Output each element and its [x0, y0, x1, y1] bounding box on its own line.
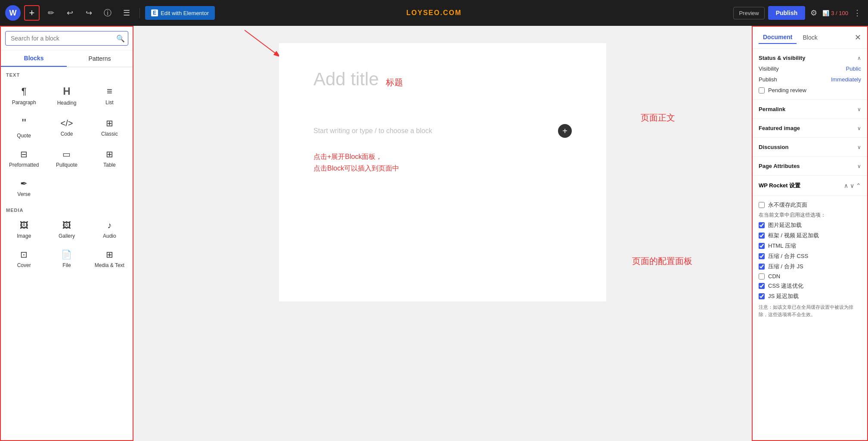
search-block-input[interactable] — [5, 31, 128, 46]
search-icon-button[interactable]: 🔍 — [116, 34, 125, 43]
wp-logo[interactable]: W — [5, 5, 21, 21]
discussion-header[interactable]: Discussion ∨ — [759, 144, 861, 150]
wp-rocket-checkbox-2[interactable] — [759, 243, 765, 249]
tab-block[interactable]: Block — [798, 31, 822, 43]
pen-tool-button[interactable]: ✏ — [43, 5, 59, 21]
close-sidebar-button[interactable]: ✕ — [855, 33, 861, 42]
pending-review-checkbox[interactable] — [759, 87, 765, 93]
elementor-button-label: Edit with Elementor — [161, 10, 209, 16]
wp-rocket-checkbox-0[interactable] — [759, 222, 765, 228]
audio-icon: ♪ — [107, 220, 112, 230]
settings-gear-button[interactable]: ⚙ — [809, 6, 819, 19]
wp-rocket-checkbox-4[interactable] — [759, 264, 765, 270]
block-table[interactable]: ⊞ Table — [88, 144, 131, 173]
tab-document[interactable]: Document — [759, 31, 797, 44]
wp-rocket-checkbox-1[interactable] — [759, 233, 765, 239]
publish-row: Publish Immediately — [759, 76, 861, 83]
wp-rocket-scroll-up[interactable]: ⌃ — [856, 182, 861, 189]
wp-rocket-option-1: 框架 / 视频 延迟加载 — [759, 232, 861, 239]
pending-review-label: Pending review — [768, 87, 806, 93]
media-text-label: Media & Text — [95, 262, 124, 268]
pullquote-icon: ▭ — [62, 149, 71, 159]
permalink-header[interactable]: Permalink ∨ — [759, 106, 861, 112]
wp-rocket-checkbox-6[interactable] — [759, 283, 765, 289]
block-audio[interactable]: ♪ Audio — [88, 215, 131, 244]
block-code[interactable]: </> Code — [45, 111, 88, 144]
more-options-button[interactable]: ⋮ — [852, 6, 863, 19]
block-quote[interactable]: " Quote — [3, 111, 45, 144]
site-title: LOYSEO.COM — [406, 9, 462, 17]
block-preformatted[interactable]: ⊟ Preformatted — [3, 144, 45, 173]
editor-content[interactable]: Add title 标题 Start writing or type / to … — [279, 43, 606, 301]
block-image[interactable]: 🖼 Image — [3, 215, 45, 244]
block-paragraph[interactable]: ¶ Paragraph — [3, 80, 45, 111]
editor-body-placeholder[interactable]: Start writing or type / to choose a bloc… — [313, 127, 553, 135]
list-view-button[interactable]: ☰ — [119, 5, 134, 21]
wp-rocket-checkbox-7[interactable] — [759, 293, 765, 299]
wp-rocket-checkbox-3[interactable] — [759, 253, 765, 259]
media-text-icon: ⊞ — [106, 249, 113, 260]
block-list[interactable]: ≡ List — [88, 80, 131, 111]
block-verse[interactable]: ✒ Verse — [3, 173, 45, 202]
never-cache-checkbox[interactable] — [759, 202, 765, 208]
status-visibility-section: Status & visibility ∧ Visibility Public … — [753, 49, 867, 100]
wp-rocket-controls: ∧ ∨ ⌃ — [844, 182, 861, 189]
editor-area[interactable]: Add title 标题 Start writing or type / to … — [133, 26, 752, 441]
file-label: File — [62, 262, 71, 268]
featured-image-header[interactable]: Featured image ∨ — [759, 125, 861, 131]
right-sidebar-header: Document Block ✕ — [753, 27, 867, 49]
block-media-text[interactable]: ⊞ Media & Text — [88, 244, 131, 273]
block-cover[interactable]: ⊡ Cover — [3, 244, 45, 273]
page-attributes-title: Page Attributes — [759, 163, 800, 169]
quote-icon: " — [22, 116, 26, 130]
wp-rocket-checkbox-5[interactable] — [759, 273, 765, 280]
preview-button[interactable]: Preview — [733, 7, 764, 19]
block-file[interactable]: 📄 File — [45, 244, 88, 273]
panel-annotation-label: 页面的配置面板 — [632, 255, 692, 267]
block-pullquote[interactable]: ▭ Pullquote — [45, 144, 88, 173]
undo-button[interactable]: ↩ — [62, 5, 78, 21]
wp-rocket-expand-down[interactable]: ∨ — [850, 182, 854, 189]
status-section-header[interactable]: Status & visibility ∧ — [759, 55, 861, 61]
add-block-inline-button[interactable]: + — [558, 124, 572, 138]
page-attributes-section: Page Attributes ∨ — [753, 157, 867, 176]
discussion-title: Discussion — [759, 144, 788, 150]
media-section-label: MEDIA — [1, 202, 133, 215]
wp-rocket-header[interactable]: WP Rocket 设置 ∧ ∨ ⌃ — [753, 176, 867, 196]
heading-label: Heading — [57, 100, 77, 106]
classic-icon: ⊞ — [106, 118, 113, 128]
publish-button[interactable]: Publish — [768, 6, 806, 20]
block-annotation: 点击+展开Block面板， 点击Block可以插入到页面中 — [313, 151, 572, 174]
block-gallery[interactable]: 🖼 Gallery — [45, 215, 88, 244]
elementor-edit-button[interactable]: E Edit with Elementor — [145, 6, 215, 20]
tab-blocks[interactable]: Blocks — [1, 50, 67, 67]
publish-value[interactable]: Immediately — [831, 76, 861, 83]
pending-review-row: Pending review — [759, 87, 861, 93]
search-block-wrap: 🔍 — [1, 27, 133, 50]
redo-button[interactable]: ↪ — [81, 5, 96, 21]
block-classic[interactable]: ⊞ Classic — [88, 111, 131, 144]
wp-rocket-option-label-1: 框架 / 视频 延迟加载 — [768, 232, 819, 239]
add-block-button[interactable]: + — [24, 5, 40, 21]
classic-label: Classic — [101, 131, 118, 137]
list-label: List — [105, 99, 114, 106]
block-heading[interactable]: H Heading — [45, 80, 88, 111]
preformatted-label: Preformatted — [9, 162, 39, 168]
wp-rocket-option-7: JS 延迟加载 — [759, 292, 861, 300]
editor-title-placeholder[interactable]: Add title — [313, 69, 379, 90]
visibility-value[interactable]: Public — [846, 65, 861, 72]
right-sidebar: Document Block ✕ Status & visibility ∧ V… — [752, 26, 868, 441]
heading-icon: H — [63, 85, 70, 97]
never-cache-option: 永不缓存此页面 — [759, 201, 861, 209]
wp-rocket-option-label-6: CSS 递送优化 — [768, 282, 803, 290]
table-icon: ⊞ — [106, 149, 113, 159]
block-annotation-line2: 点击Block可以插入到页面中 — [313, 162, 572, 174]
table-label: Table — [103, 162, 116, 168]
info-button[interactable]: ⓘ — [100, 5, 115, 21]
wp-rocket-expand-up[interactable]: ∧ — [844, 182, 848, 189]
page-attributes-header[interactable]: Page Attributes ∨ — [759, 163, 861, 169]
body-annotation-label: 页面正文 — [641, 112, 675, 124]
toolbar-divider — [140, 8, 140, 18]
wp-rocket-option-6: CSS 递送优化 — [759, 282, 861, 290]
tab-patterns[interactable]: Patterns — [67, 50, 133, 67]
